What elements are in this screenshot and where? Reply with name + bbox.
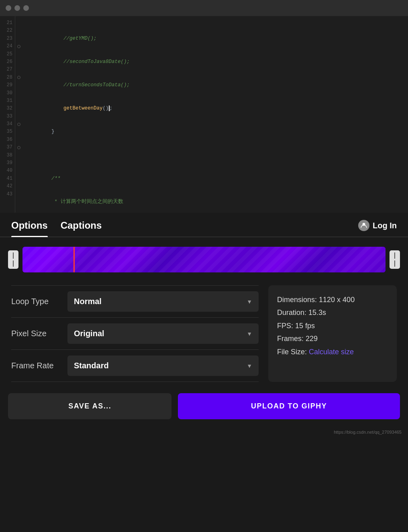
timeline-handle-right[interactable]	[390, 250, 400, 269]
traffic-light-minimize[interactable]	[14, 5, 20, 11]
options-section: Loop Type Normal ▼ Pixel Size Original ▼…	[0, 279, 408, 393]
code-gutter	[15, 16, 22, 213]
bottom-panel: Options Captions Log In	[0, 213, 408, 437]
pixel-size-select[interactable]: Original ▼	[67, 323, 259, 344]
frame-rate-select[interactable]: Standard ▼	[67, 355, 259, 376]
loop-type-row: Loop Type Normal ▼	[11, 285, 259, 318]
tab-options[interactable]: Options	[11, 220, 48, 237]
timeline-handle-left[interactable]	[8, 250, 18, 269]
calculate-size-link[interactable]: Calculate size	[309, 348, 354, 356]
pixel-size-arrow: ▼	[247, 331, 252, 337]
info-box: Dimensions: 1120 x 400 Duration: 15.3s F…	[268, 285, 397, 382]
traffic-light-close[interactable]	[6, 5, 11, 11]
frame-rate-arrow: ▼	[247, 363, 252, 369]
pixel-size-value: Original	[74, 329, 104, 338]
info-duration: Duration: 15.3s	[277, 306, 388, 319]
loop-type-select[interactable]: Normal ▼	[67, 291, 259, 312]
info-fps: FPS: 15 fps	[277, 319, 388, 332]
save-as-button[interactable]: SAVE AS...	[8, 393, 171, 419]
line-numbers: 2122232425 2627282930 3132333435 3637383…	[0, 16, 15, 213]
controls-col: Loop Type Normal ▼ Pixel Size Original ▼…	[11, 285, 259, 382]
loop-type-label: Loop Type	[11, 297, 67, 306]
timeline-track[interactable]	[22, 247, 386, 272]
login-button[interactable]: Log In	[358, 220, 397, 237]
nav-bar: Options Captions Log In	[0, 213, 408, 237]
info-filesize: File Size: Calculate size	[277, 345, 388, 358]
titlebar	[0, 0, 408, 16]
code-editor: 2122232425 2627282930 3132333435 3637383…	[0, 16, 408, 213]
timeline-stripes	[22, 247, 386, 272]
traffic-light-maximize[interactable]	[23, 5, 29, 11]
timeline-playhead[interactable]	[73, 247, 75, 272]
loop-type-arrow: ▼	[247, 298, 252, 305]
timeline-section	[0, 237, 408, 279]
code-content: //getYMD(); //secondToJava8Date(); //tur…	[22, 16, 408, 213]
tab-captions[interactable]: Captions	[61, 220, 102, 237]
pixel-size-label: Pixel Size	[11, 329, 67, 338]
frame-rate-label: Frame Rate	[11, 361, 67, 370]
upload-button[interactable]: UPLOAD TO GIPHY	[178, 393, 400, 419]
frame-rate-value: Standard	[74, 361, 109, 370]
info-frames: Frames: 229	[277, 332, 388, 345]
loop-type-value: Normal	[74, 297, 102, 306]
url-bar: https://blog.csdn.net/qq_27093465	[0, 427, 408, 437]
user-icon	[358, 220, 369, 231]
pixel-size-row: Pixel Size Original ▼	[11, 318, 259, 350]
footer-buttons: SAVE AS... UPLOAD TO GIPHY	[0, 393, 408, 427]
frame-rate-row: Frame Rate Standard ▼	[11, 350, 259, 382]
info-dimensions: Dimensions: 1120 x 400	[277, 293, 388, 306]
